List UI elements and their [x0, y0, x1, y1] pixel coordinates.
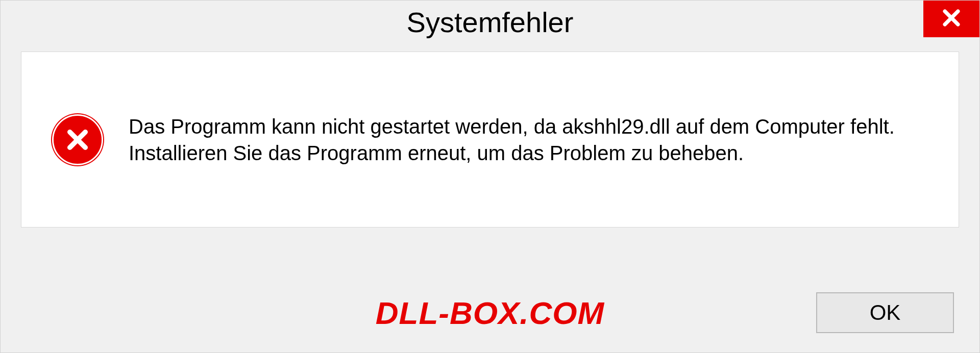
close-icon	[940, 7, 963, 31]
close-button[interactable]	[923, 1, 979, 37]
title-bar: Systemfehler	[1, 1, 979, 46]
watermark-text: DLL-BOX.COM	[376, 295, 604, 331]
ok-button[interactable]: OK	[816, 292, 954, 333]
content-box: Das Programm kann nicht gestartet werden…	[21, 52, 959, 228]
error-dialog: Systemfehler Das Programm kann nicht ges…	[0, 0, 980, 353]
error-icon	[52, 114, 103, 165]
dialog-title: Systemfehler	[407, 6, 574, 39]
dialog-footer: DLL-BOX.COM OK	[1, 292, 979, 333]
error-message: Das Programm kann nicht gestartet werden…	[129, 113, 928, 166]
ok-button-label: OK	[870, 300, 901, 325]
